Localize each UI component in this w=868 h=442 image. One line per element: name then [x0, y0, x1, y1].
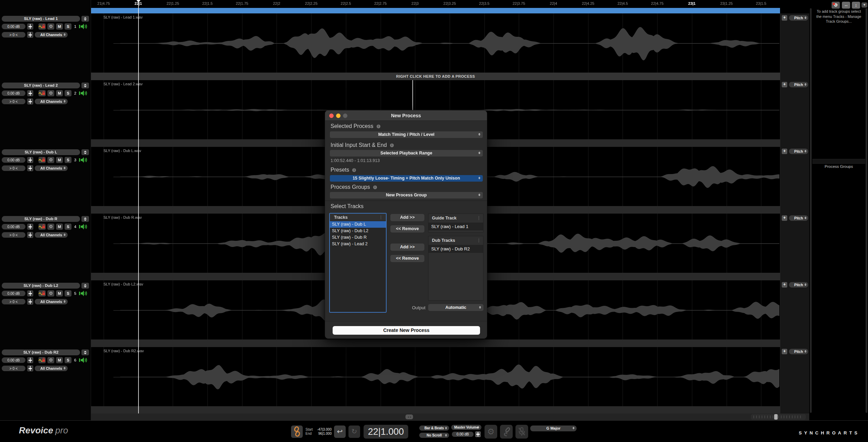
- playhead-marker-icon[interactable]: [136, 0, 141, 2]
- reorder-button[interactable]: [81, 349, 89, 355]
- playback-selection-bar[interactable]: [91, 8, 780, 13]
- fader-button[interactable]: [27, 357, 33, 363]
- waveform-region[interactable]: SLY (raw) - Dub R2.wav: [91, 347, 780, 406]
- waveform-lock-icon[interactable]: [38, 90, 46, 96]
- gain-field[interactable]: 0.00 dB: [2, 291, 25, 296]
- threshold-field[interactable]: > 0 <: [2, 32, 25, 37]
- mute-button[interactable]: M: [56, 157, 63, 163]
- solo-button[interactable]: S: [65, 23, 71, 30]
- add-guide-button[interactable]: Add >>: [390, 214, 424, 221]
- pitch-dropdown[interactable]: Pitch: [789, 349, 808, 354]
- solo-button[interactable]: S: [65, 90, 71, 96]
- fader-button[interactable]: [27, 299, 33, 305]
- channels-dropdown[interactable]: All Channels: [35, 299, 68, 304]
- solo-button[interactable]: S: [65, 357, 71, 363]
- fader-button[interactable]: [27, 224, 33, 230]
- process-settings-button[interactable]: ⚙: [485, 425, 497, 439]
- timeline-ruler[interactable]: 21|4.7522|122|1.2522|1.522|1.7522|222|2.…: [91, 0, 809, 8]
- sidebar-scrollbar-right[interactable]: [866, 8, 867, 413]
- remove-guide-button[interactable]: << Remove: [390, 225, 424, 233]
- dub-tracks-item[interactable]: SLY (raw) - Dub R2: [429, 245, 483, 253]
- channels-dropdown[interactable]: All Channels: [35, 366, 68, 371]
- track-list-item[interactable]: SLY (raw) - Dub R: [330, 234, 386, 241]
- key-signature-dropdown[interactable]: G Major: [530, 425, 577, 431]
- fader-button[interactable]: [27, 165, 33, 171]
- process-groups-dropdown[interactable]: New Process Group: [330, 192, 483, 198]
- gain-field[interactable]: 0.00 dB: [2, 24, 25, 29]
- threshold-field[interactable]: > 0 <: [2, 299, 25, 304]
- fader-button[interactable]: [27, 32, 33, 38]
- waveform-lock-icon[interactable]: [38, 23, 46, 30]
- solo-button[interactable]: S: [65, 290, 71, 297]
- info-icon[interactable]: i: [352, 168, 356, 172]
- threshold-field[interactable]: > 0 <: [2, 165, 25, 171]
- pitch-dropdown[interactable]: Pitch: [789, 82, 808, 87]
- track-name-button[interactable]: SLY (raw) - Dub L2: [2, 283, 80, 289]
- waveform-lock-icon[interactable]: [38, 157, 46, 163]
- add-process-button[interactable]: +: [782, 149, 787, 154]
- master-fader-button[interactable]: [475, 431, 481, 437]
- pitch-dropdown[interactable]: Pitch: [789, 215, 808, 221]
- gain-field[interactable]: 0.00 dB: [2, 90, 25, 96]
- track-name-button[interactable]: SLY (raw) - Lead 2: [2, 83, 80, 88]
- settings-gear-icon[interactable]: ⚙: [47, 357, 54, 363]
- add-process-button[interactable]: +: [782, 215, 787, 221]
- close-button[interactable]: [329, 114, 334, 118]
- create-new-process-button[interactable]: Create New Process: [333, 326, 480, 335]
- link-selection-button[interactable]: [291, 425, 303, 438]
- reorder-button[interactable]: [81, 149, 89, 155]
- output-dropdown[interactable]: Automatic: [428, 304, 483, 311]
- speaker-icon[interactable]: [79, 90, 88, 97]
- solo-button[interactable]: S: [65, 224, 71, 230]
- process-strip[interactable]: [91, 339, 780, 347]
- pitch-dropdown[interactable]: Pitch: [789, 282, 808, 288]
- vertical-resize-button[interactable]: ↕: [852, 2, 860, 9]
- pitch-dropdown[interactable]: Pitch: [789, 15, 808, 21]
- threshold-field[interactable]: > 0 <: [2, 99, 25, 104]
- master-volume-value[interactable]: 0.00 dB: [452, 432, 474, 437]
- zoom-slider-handle[interactable]: [774, 414, 778, 420]
- threshold-field[interactable]: > 0 <: [2, 366, 25, 371]
- guide-track-item[interactable]: SLY (raw) - Lead 1: [429, 223, 483, 230]
- zoom-slider[interactable]: [751, 414, 806, 420]
- waveform-lock-icon[interactable]: [38, 290, 46, 297]
- info-icon[interactable]: i: [373, 185, 377, 189]
- pitch-dropdown[interactable]: Pitch: [789, 149, 808, 154]
- reorder-button[interactable]: [81, 283, 89, 289]
- track-name-button[interactable]: SLY (raw) - Dub R2: [2, 349, 80, 355]
- waveform-lock-icon[interactable]: [38, 224, 46, 230]
- settings-gear-icon[interactable]: ⚙: [47, 90, 54, 96]
- waveform-region[interactable]: SLY (raw) - Lead 1.wav: [91, 13, 780, 73]
- sidebar-scrollbar-left[interactable]: [810, 8, 812, 413]
- gain-field[interactable]: 0.00 dB: [2, 224, 25, 229]
- tracks-listbox[interactable]: Tracks SLY (raw) - Dub LSLY (raw) - Dub …: [329, 213, 387, 313]
- sidebar-collapse-button[interactable]: ▾: [861, 2, 867, 8]
- speaker-icon[interactable]: [79, 157, 88, 163]
- speaker-icon[interactable]: [79, 23, 88, 30]
- track-groups-gear-icon[interactable]: ⚙: [832, 2, 840, 9]
- settings-gear-icon[interactable]: ⚙: [47, 290, 54, 297]
- mute-button[interactable]: M: [56, 290, 63, 297]
- fader-button[interactable]: [27, 232, 33, 238]
- channels-dropdown[interactable]: All Channels: [35, 99, 68, 104]
- track-name-button[interactable]: SLY (raw) - Lead 1: [2, 16, 80, 22]
- speaker-icon[interactable]: [79, 223, 88, 230]
- monitor-input-button[interactable]: [515, 425, 528, 439]
- speaker-icon[interactable]: [79, 290, 88, 297]
- initial-input-dropdown[interactable]: Selected Playback Range: [330, 150, 483, 157]
- mute-button[interactable]: M: [56, 224, 63, 230]
- reorder-button[interactable]: [81, 216, 89, 222]
- fader-button[interactable]: [27, 90, 33, 96]
- fader-button[interactable]: [27, 23, 33, 30]
- mute-button[interactable]: M: [56, 357, 63, 363]
- add-process-button[interactable]: +: [782, 349, 787, 354]
- selected-process-dropdown[interactable]: Match Timing / Pitch / Level: [330, 131, 483, 138]
- add-process-strip[interactable]: RIGHT CLICK HERE TO ADD A PROCESS: [91, 73, 780, 80]
- gain-field[interactable]: 0.00 dB: [2, 157, 25, 163]
- info-icon[interactable]: i: [377, 125, 380, 128]
- channels-dropdown[interactable]: All Channels: [35, 232, 68, 238]
- solo-button[interactable]: S: [65, 157, 71, 163]
- time-display[interactable]: 22|1.000: [364, 425, 408, 439]
- threshold-field[interactable]: > 0 <: [2, 232, 25, 238]
- mute-button[interactable]: M: [56, 23, 63, 30]
